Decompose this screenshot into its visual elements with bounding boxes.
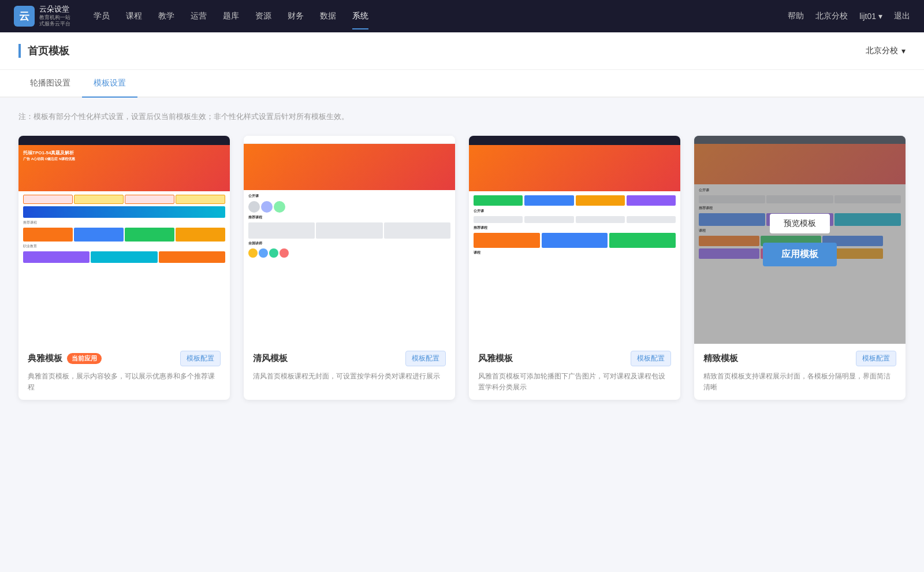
logout-link[interactable]: 退出 [894, 11, 910, 21]
template-card-jingzhi: 公开课 推荐课程 课程 预览模板应用模板精致模板模板配置精致首页模板 [694, 136, 906, 400]
navbar-menu-item-数据[interactable]: 数据 [320, 9, 336, 24]
config-button-jingzhi[interactable]: 模板配置 [856, 351, 896, 366]
navbar-menu-item-运营[interactable]: 运营 [191, 9, 207, 24]
tabs-bar: 轮播图设置模板设置 [0, 70, 924, 98]
template-preview-diangyA: 托福TPO1-54真题及解析广告 A心动我 O健忘症 N课程优惠 推荐课程 职业… [18, 136, 230, 344]
navbar: 云 云朵设堂 教育机构一站 式服务云平台 学员课程教学运营题库资源财务数据系统 … [0, 0, 924, 32]
template-preview-qingfeng: 公开课 推荐课程 全国讲师 预览模板应用模板 [244, 136, 455, 344]
navbar-menu-item-资源[interactable]: 资源 [255, 9, 271, 24]
template-name-diangyA: 典雅模板当前应用 [28, 353, 102, 364]
navbar-menu-item-教学[interactable]: 教学 [158, 9, 174, 24]
navbar-menu: 学员课程教学运营题库资源财务数据系统 [94, 9, 788, 24]
help-link[interactable]: 帮助 [788, 11, 804, 21]
page-title: 首页模板 [18, 44, 69, 58]
navbar-menu-item-学员[interactable]: 学员 [94, 9, 110, 24]
tab-轮播图设置[interactable]: 轮播图设置 [18, 70, 82, 98]
template-preview-fengya: 公开课 推荐课程 课程 预览模板应用模板 [469, 136, 680, 344]
template-card-fengya: 公开课 推荐课程 课程 预览模板应用模板风雅模板模板配置风雅首页模板可添加轮播图… [469, 136, 680, 400]
branch-selector[interactable]: 北京分校 ▾ [866, 46, 906, 56]
logo-icon: 云 [14, 6, 35, 27]
template-desc-diangyA: 典雅首页模板，展示内容较多，可以展示优惠券和多个推荐课程 [28, 371, 221, 393]
config-button-diangyA[interactable]: 模板配置 [180, 351, 221, 366]
active-badge-diangyA: 当前应用 [67, 353, 102, 364]
template-desc-qingfeng: 清风首页模板课程无封面，可设置按学科分类对课程进行展示 [253, 371, 446, 382]
page-header: 首页模板 北京分校 ▾ [0, 32, 924, 70]
config-button-fengya[interactable]: 模板配置 [631, 351, 671, 366]
navbar-menu-item-题库[interactable]: 题库 [223, 9, 239, 24]
tab-模板设置[interactable]: 模板设置 [82, 70, 137, 98]
template-name-jingzhi: 精致模板 [703, 353, 738, 364]
template-footer-qingfeng: 清风模板模板配置清风首页模板课程无封面，可设置按学科分类对课程进行展示 [244, 344, 455, 389]
logo-text: 云朵设堂 教育机构一站 式服务云平台 [39, 5, 70, 28]
preview-button-jingzhi[interactable]: 预览模板 [770, 214, 830, 233]
chevron-down-icon: ▾ [878, 12, 882, 21]
apply-button-jingzhi[interactable]: 应用模板 [763, 243, 837, 266]
template-footer-jingzhi: 精致模板模板配置精致首页模板支持课程展示封面，各模板分隔明显，界面简洁清晰 [694, 344, 906, 400]
notice-text: 注：模板有部分个性化样式设置，设置后仅当前模板生效；非个性化样式设置后针对所有模… [18, 112, 906, 122]
navbar-menu-item-财务[interactable]: 财务 [288, 9, 304, 24]
template-preview-jingzhi: 公开课 推荐课程 课程 预览模板应用模板 [694, 136, 906, 344]
navbar-right: 帮助 北京分校 lijt01 ▾ 退出 [788, 11, 910, 21]
template-card-qingfeng: 公开课 推荐课程 全国讲师 预览模板应用模板清风模板模板配置清风首页模板课程无封… [244, 136, 455, 400]
branch-link[interactable]: 北京分校 [815, 11, 848, 21]
navbar-menu-item-课程[interactable]: 课程 [126, 9, 142, 24]
templates-grid: 托福TPO1-54真题及解析广告 A心动我 O健忘症 N课程优惠 推荐课程 职业… [18, 136, 906, 400]
user-dropdown[interactable]: lijt01 ▾ [859, 12, 882, 21]
template-overlay-jingzhi: 预览模板应用模板 [694, 136, 906, 344]
template-name-qingfeng: 清风模板 [253, 353, 288, 364]
template-card-diangyA: 托福TPO1-54真题及解析广告 A心动我 O健忘症 N课程优惠 推荐课程 职业… [18, 136, 230, 400]
template-name-fengya: 风雅模板 [478, 353, 513, 364]
chevron-down-icon: ▾ [901, 46, 906, 55]
logo[interactable]: 云 云朵设堂 教育机构一站 式服务云平台 [14, 5, 70, 28]
config-button-qingfeng[interactable]: 模板配置 [405, 351, 446, 366]
template-desc-fengya: 风雅首页模板可添加轮播图下广告图片，可对课程及课程包设置学科分类展示 [478, 371, 671, 393]
page-content: 注：模板有部分个性化样式设置，设置后仅当前模板生效；非个性化样式设置后针对所有模… [0, 98, 924, 414]
template-desc-jingzhi: 精致首页模板支持课程展示封面，各模板分隔明显，界面简洁清晰 [703, 371, 896, 393]
template-footer-diangyA: 典雅模板当前应用模板配置典雅首页模板，展示内容较多，可以展示优惠券和多个推荐课程 [18, 344, 230, 400]
navbar-menu-item-系统[interactable]: 系统 [352, 9, 368, 24]
template-footer-fengya: 风雅模板模板配置风雅首页模板可添加轮播图下广告图片，可对课程及课程包设置学科分类… [469, 344, 680, 400]
